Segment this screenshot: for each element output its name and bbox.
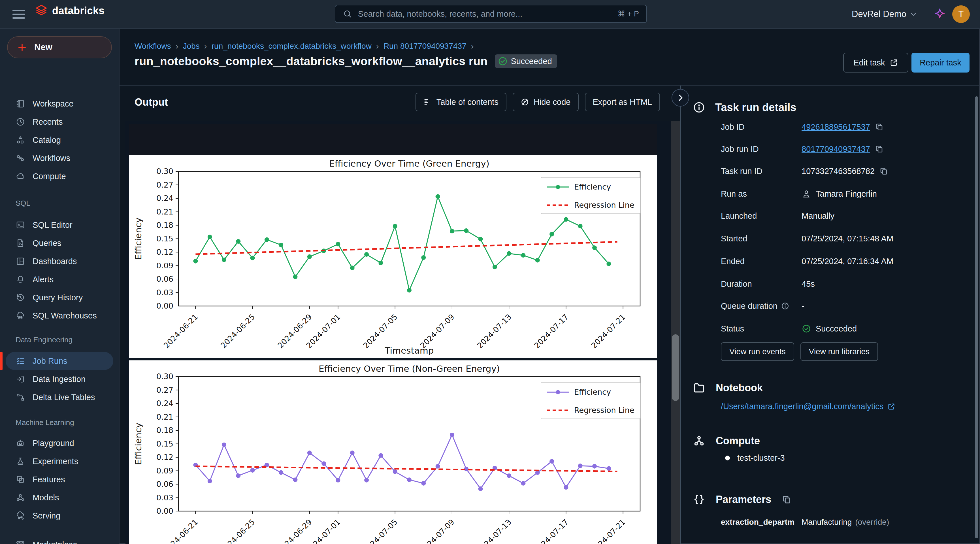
sidebar-item-features[interactable]: Features <box>6 470 113 488</box>
page-title: run_notebooks_complex__databricks_workfl… <box>135 55 487 68</box>
sidebar-section-sql: SQL <box>6 199 113 208</box>
breadcrumb-separator: › <box>204 41 207 51</box>
breadcrumb-link-run-801770940937437[interactable]: Run 801770940937437 <box>383 41 466 51</box>
svg-text:Efficiency: Efficiency <box>133 218 143 260</box>
detail-row-started: Started07/25/2024, 07:15:48 AM <box>721 229 970 248</box>
breadcrumb-separator: › <box>176 41 178 51</box>
output-scrollbar-track <box>671 121 680 544</box>
task-run-id-value: 1073327463568782 <box>802 167 875 176</box>
detail-row-job-id: Job ID492618895617537 <box>721 118 970 136</box>
sidebar-item-models[interactable]: Models <box>6 488 113 507</box>
queries-icon <box>16 238 25 248</box>
job-id-link[interactable]: 492618895617537 <box>802 123 870 132</box>
sidebar-item-workspace[interactable]: Workspace <box>6 95 113 113</box>
parameters-copy-button[interactable] <box>781 495 792 505</box>
databricks-logo[interactable]: databricks <box>35 4 105 18</box>
workspace-switcher[interactable]: DevRel Demo <box>852 0 918 28</box>
svg-text:0.06: 0.06 <box>156 274 173 283</box>
sidebar-item-label: Query History <box>33 293 83 302</box>
svg-text:0.00: 0.00 <box>156 302 173 310</box>
svg-text:0.21: 0.21 <box>156 413 173 421</box>
breadcrumb-link-jobs[interactable]: Jobs <box>183 41 200 51</box>
sidebar-item-queries[interactable]: Queries <box>6 234 113 252</box>
svg-text:0.00: 0.00 <box>156 507 173 515</box>
sidebar-group-0: WorkspaceRecentsCatalogWorkflowsCompute <box>6 95 113 185</box>
active-indicator <box>0 352 3 370</box>
svg-text:0.09: 0.09 <box>156 261 173 270</box>
job-id-copy-button[interactable] <box>875 123 884 131</box>
catalog-icon <box>16 135 25 145</box>
hide-code-button[interactable]: Hide code <box>513 93 579 111</box>
job-runs-icon <box>16 356 25 366</box>
info-icon[interactable] <box>781 302 789 310</box>
sidebar-item-data-ingestion[interactable]: Data Ingestion <box>6 370 113 388</box>
export-as-html-button[interactable]: Export as HTML <box>585 93 660 111</box>
parameters-section-title: Parameters <box>716 494 771 506</box>
page-scrollbar-thumb[interactable] <box>975 96 978 538</box>
sidebar-item-query-history[interactable]: Query History <box>6 289 113 306</box>
sidebar-item-marketplace[interactable]: Marketplace <box>6 536 113 544</box>
output-scrollbar-thumb[interactable] <box>672 334 679 401</box>
sidebar-item-serving[interactable]: Serving <box>6 507 113 525</box>
sidebar-item-sql-warehouses[interactable]: SQL Warehouses <box>6 306 113 325</box>
sidebar-item-label: Alerts <box>33 275 54 284</box>
svg-text:Efficiency Over Time (Non-Gree: Efficiency Over Time (Non-Green Energy) <box>319 364 500 374</box>
cluster-name: test-cluster-3 <box>737 453 785 463</box>
sidebar-item-alerts[interactable]: Alerts <box>6 270 113 289</box>
breadcrumb-link-run-notebooks-complex-databricks-workflow[interactable]: run_notebooks_complex.databricks_workflo… <box>212 41 372 51</box>
sidebar-item-delta-live-tables[interactable]: Delta Live Tables <box>6 388 113 406</box>
job-run-id-copy-button[interactable] <box>875 145 884 153</box>
assistant-sparkle-icon[interactable] <box>933 7 947 21</box>
sidebar-item-label: SQL Editor <box>33 220 73 230</box>
databricks-wordmark: databricks <box>52 5 105 17</box>
sidebar-item-sql-editor[interactable]: SQL Editor <box>6 216 113 234</box>
sidebar-item-label: Models <box>33 493 59 503</box>
sidebar-item-job-runs[interactable]: Job Runs <box>6 352 113 370</box>
sidebar-item-workflows[interactable]: Workflows <box>6 149 113 167</box>
chevron-right-icon <box>676 93 685 102</box>
cluster-item[interactable]: test-cluster-3 <box>725 453 785 463</box>
header-divider <box>119 85 980 86</box>
job-run-id-link[interactable]: 801770940937437 <box>802 145 870 154</box>
detail-row-job-run-id: Job run ID801770940937437 <box>721 140 970 158</box>
cluster-status-dot <box>725 456 730 460</box>
new-button[interactable]: New <box>7 36 112 58</box>
notebook-path-link[interactable]: /Users/tamara.fingerlin@gmail.com/analyt… <box>721 402 883 411</box>
data-ingestion-icon <box>16 374 25 384</box>
view-run-events-button[interactable]: View run events <box>721 342 794 361</box>
collapse-panel-button[interactable] <box>671 89 689 107</box>
notebook-section-title: Notebook <box>716 382 763 394</box>
sidebar-item-experiments[interactable]: Experiments <box>6 452 113 470</box>
databricks-job-run-page: databricks ⌘ + P DevRel Demo <box>0 0 980 544</box>
external-link-icon <box>890 58 898 67</box>
parameter-override-note: (override) <box>855 518 889 527</box>
sidebar-item-playground[interactable]: Playground <box>6 434 113 452</box>
sidebar-toggle-button[interactable] <box>13 8 28 21</box>
edit-task-button[interactable]: Edit task <box>843 53 908 73</box>
svg-text:0.15: 0.15 <box>156 439 173 448</box>
repair-task-button[interactable]: Repair task <box>912 53 969 73</box>
sidebar-item-dashboards[interactable]: Dashboards <box>6 252 113 270</box>
eye-off-icon <box>520 98 529 106</box>
breadcrumb-link-workflows[interactable]: Workflows <box>135 41 171 51</box>
svg-text:0.15: 0.15 <box>156 235 173 243</box>
sidebar-item-compute[interactable]: Compute <box>6 167 113 185</box>
sidebar-item-label: Dashboards <box>33 257 77 266</box>
parameter-value: Manufacturing <box>802 518 852 527</box>
collapsed-code-cell[interactable] <box>129 124 657 155</box>
sidebar-item-label: Compute <box>33 172 66 181</box>
alerts-icon <box>16 274 25 284</box>
status-badge: Succeeded <box>495 54 557 68</box>
user-avatar[interactable]: T <box>952 5 970 23</box>
parameter-key: extraction_departm <box>721 518 802 527</box>
sidebar-item-recents[interactable]: Recents <box>6 113 113 131</box>
view-run-libraries-button[interactable]: View run libraries <box>800 342 878 361</box>
search-input[interactable] <box>358 9 612 19</box>
info-circle-icon <box>692 101 706 114</box>
sidebar-item-catalog[interactable]: Catalog <box>6 131 113 149</box>
breadcrumb-separator: › <box>471 41 474 51</box>
detail-row-status: StatusSucceeded <box>721 319 970 338</box>
task-run-id-copy-button[interactable] <box>879 167 888 175</box>
table-of-contents-button[interactable]: Table of contents <box>415 93 506 111</box>
status-value: Succeeded <box>816 324 857 333</box>
